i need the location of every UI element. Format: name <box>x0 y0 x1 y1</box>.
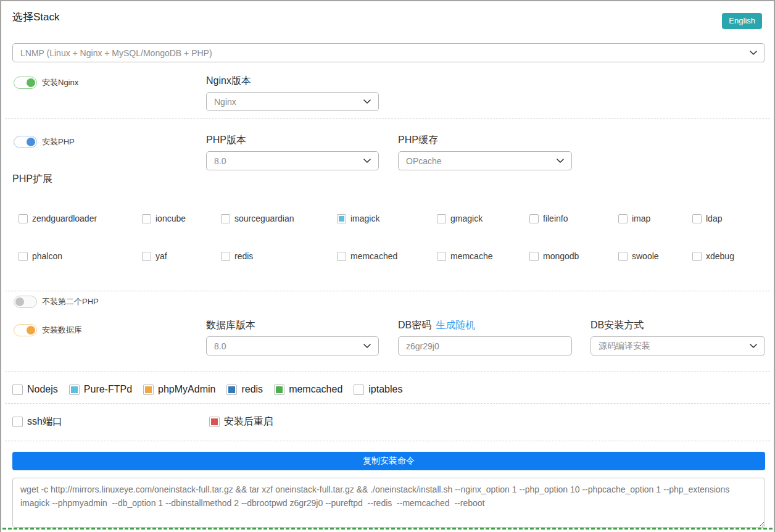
section-divider <box>5 403 770 404</box>
toggle-knob <box>27 78 35 87</box>
component-checkbox-memcached[interactable]: memcached <box>274 384 342 395</box>
install-db-toggle-row: 安装数据库 <box>14 324 82 336</box>
checkbox-icon <box>19 252 28 261</box>
db-version-select[interactable]: 8.0 <box>206 336 379 355</box>
checkbox-icon <box>143 384 154 395</box>
extension-label: mongodb <box>543 251 579 261</box>
extension-checkbox-imagick[interactable]: imagick <box>337 214 437 223</box>
extension-checkbox-swoole[interactable]: swoole <box>618 251 692 261</box>
options-row: ssh端口 安装后重启 <box>12 415 765 431</box>
checkbox-icon <box>69 384 80 395</box>
option-checkbox-ssh-port[interactable]: ssh端口 <box>12 415 62 428</box>
install-nginx-label: 安装Nginx <box>42 77 78 88</box>
php-version-select[interactable]: 8.0 <box>206 151 379 170</box>
checkbox-icon <box>221 252 230 261</box>
php-version-label: PHP版本 <box>206 133 379 147</box>
extension-label: sourceguardian <box>234 214 294 223</box>
component-label: Pure-FTPd <box>84 384 132 395</box>
install-php-toggle-row: 安装PHP <box>14 136 75 148</box>
extension-checkbox-ioncube[interactable]: ioncube <box>142 214 221 223</box>
option-label: 安装后重启 <box>224 415 273 428</box>
checkbox-icon <box>354 384 364 395</box>
extension-checkbox-phalcon[interactable]: phalcon <box>19 251 142 261</box>
extension-label: phalcon <box>32 251 62 261</box>
chevron-down-icon <box>363 344 371 349</box>
component-checkbox-nodejs[interactable]: Nodejs <box>12 384 58 395</box>
chevron-down-icon <box>363 159 371 164</box>
checkbox-icon <box>142 252 151 261</box>
component-label: iptables <box>368 384 402 395</box>
components-row: Nodejs Pure-FTPd phpMyAdmin redis memcac… <box>12 381 402 397</box>
checkbox-icon <box>337 214 346 223</box>
checkbox-icon <box>437 252 446 261</box>
extension-checkbox-mongodb[interactable]: mongodb <box>529 251 618 261</box>
component-label: memcached <box>289 384 342 395</box>
second-php-toggle-row: 不装第二个PHP <box>14 296 99 308</box>
db-password-input[interactable] <box>398 336 572 355</box>
extension-label: memcached <box>350 251 397 261</box>
extension-checkbox-sourceguardian[interactable]: sourceguardian <box>221 214 337 223</box>
extension-checkbox-imap[interactable]: imap <box>618 214 692 223</box>
page-title: 选择Stack <box>12 10 60 24</box>
nginx-version-value: Nginx <box>214 97 236 107</box>
extension-checkbox-ldap[interactable]: ldap <box>692 214 765 223</box>
section-divider <box>5 291 770 291</box>
second-php-toggle[interactable] <box>14 296 37 308</box>
db-version-group: 数据库版本 8.0 <box>206 318 379 355</box>
php-extensions-title: PHP扩展 <box>12 173 52 186</box>
extension-checkbox-fileinfo[interactable]: fileinfo <box>529 214 618 223</box>
extension-checkbox-gmagick[interactable]: gmagick <box>437 214 529 223</box>
checkbox-icon <box>437 214 446 223</box>
option-checkbox-reboot-after-install[interactable]: 安装后重启 <box>209 415 273 428</box>
extension-checkbox-xdebug[interactable]: xdebug <box>692 251 765 261</box>
install-php-label: 安装PHP <box>42 136 75 148</box>
checkbox-icon <box>142 214 151 223</box>
nginx-version-label: Nginx版本 <box>206 74 379 88</box>
checkbox-icon <box>618 252 628 261</box>
checkbox-icon <box>692 214 702 223</box>
extension-checkbox-memcache[interactable]: memcache <box>437 251 529 261</box>
install-db-label: 安装数据库 <box>42 325 82 336</box>
component-checkbox-phpmyadmin[interactable]: phpMyAdmin <box>143 384 215 395</box>
english-language-button[interactable]: English <box>722 13 762 29</box>
extension-label: zendguardloader <box>32 214 97 223</box>
install-php-toggle[interactable] <box>14 136 37 148</box>
extension-checkbox-zendguardloader[interactable]: zendguardloader <box>19 214 142 223</box>
extension-checkbox-memcached[interactable]: memcached <box>337 251 437 261</box>
section-divider <box>5 372 770 372</box>
install-db-toggle[interactable] <box>14 324 37 336</box>
copy-install-command-button[interactable]: 复制安装命令 <box>12 452 765 470</box>
php-cache-group: PHP缓存 OPcache <box>398 133 572 170</box>
nginx-version-select[interactable]: Nginx <box>206 92 379 111</box>
extension-label: xdebug <box>706 251 734 261</box>
section-divider-green <box>2 528 773 530</box>
toggle-knob <box>27 326 35 335</box>
php-cache-select[interactable]: OPcache <box>398 151 572 170</box>
install-nginx-toggle[interactable] <box>14 77 37 89</box>
db-password-group: DB密码 生成随机 <box>398 318 572 355</box>
chevron-down-icon <box>750 51 757 56</box>
option-label: ssh端口 <box>27 415 62 428</box>
component-checkbox-redis[interactable]: redis <box>226 384 263 395</box>
checkbox-icon <box>19 214 28 223</box>
component-label: phpMyAdmin <box>158 384 215 395</box>
checkbox-icon <box>529 214 539 223</box>
stack-select-value: LNMP (Linux + Nginx + MySQL/MongoDB + PH… <box>20 48 212 58</box>
component-checkbox-iptables[interactable]: iptables <box>354 384 402 395</box>
php-version-value: 8.0 <box>214 156 226 166</box>
extension-checkbox-redis[interactable]: redis <box>221 251 337 261</box>
checkbox-icon <box>337 252 346 261</box>
component-checkbox-pureftpd[interactable]: Pure-FTPd <box>69 384 132 395</box>
install-command-textarea[interactable]: wget -c http://mirrors.linuxeye.com/onei… <box>12 478 765 528</box>
component-label: redis <box>241 384 263 395</box>
generate-random-password-link[interactable]: 生成随机 <box>436 318 475 332</box>
db-method-label: DB安装方式 <box>591 318 765 332</box>
extension-checkbox-yaf[interactable]: yaf <box>142 251 221 261</box>
extension-label: yaf <box>155 251 167 261</box>
db-install-method-select[interactable]: 源码编译安装 <box>591 336 765 355</box>
php-version-group: PHP版本 8.0 <box>206 133 379 170</box>
stack-select[interactable]: LNMP (Linux + Nginx + MySQL/MongoDB + PH… <box>12 43 765 62</box>
checkbox-icon <box>692 252 702 261</box>
chevron-down-icon <box>750 344 757 349</box>
php-extensions-grid: zendguardloader ioncube sourceguardian i… <box>19 214 765 261</box>
